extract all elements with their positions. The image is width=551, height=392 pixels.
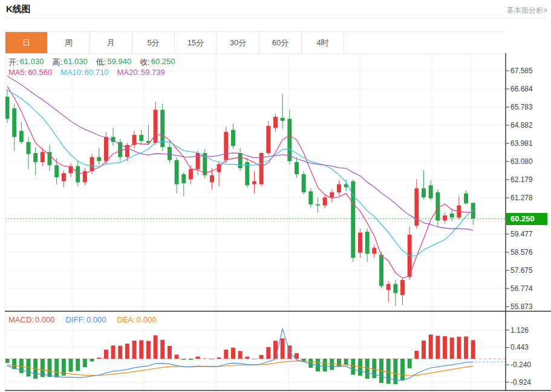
price-tick-label: 62.179: [510, 175, 533, 184]
period-tab-bar: 日周月5分15分30分60分4时: [5, 31, 506, 54]
readout-item: MA20:59.739: [117, 68, 165, 77]
tab-period-3[interactable]: 5分: [132, 32, 175, 53]
kline-page: K线图 基本面分析> 日周月5分15分30分60分4时 67.58566.684…: [0, 0, 551, 392]
readout-value: 0.000: [86, 315, 106, 324]
tab-period-7[interactable]: 4时: [302, 32, 344, 53]
readout-value: 0.000: [137, 315, 157, 324]
readout-item: 低:59.940: [96, 57, 131, 68]
ohlc-readout-row: 开:61.030高:61.030低:59.940收:60.250: [8, 57, 175, 68]
tab-period-0[interactable]: 日: [5, 32, 48, 53]
readout-label: DIFF:: [65, 315, 85, 324]
readout-label: DEA:: [117, 315, 135, 324]
price-tick-label: 58.576: [510, 248, 533, 256]
macd-histogram-layer: [5, 335, 475, 384]
price-tick-label: 64.882: [510, 121, 533, 129]
fundamental-analysis-link[interactable]: 基本面分析>: [507, 5, 547, 16]
price-tick-label: 65.783: [510, 103, 533, 111]
last-price-badge: 60.250: [506, 213, 547, 225]
ma20-line: [7, 76, 473, 230]
readout-label: MA5:: [8, 68, 27, 77]
readout-item: MA5:60.560: [8, 68, 52, 77]
macd-tick-label: -0.240: [510, 361, 531, 369]
readout-label: MACD:: [8, 315, 34, 324]
readout-item: MA10:60.710: [60, 68, 108, 77]
price-tick-label: 67.585: [510, 67, 533, 75]
readout-item: 高:61.030: [52, 57, 87, 68]
price-tick-label: 63.981: [510, 139, 533, 148]
title-divider: [5, 18, 547, 19]
readout-value: 61.030: [20, 57, 44, 68]
readout-value: 60.710: [85, 68, 109, 77]
readout-label: MA20:: [117, 68, 140, 77]
price-axis-labels: 67.58566.68465.78364.88263.98163.08062.1…: [506, 67, 533, 387]
readout-value: 61.030: [64, 57, 88, 68]
price-tick-label: 57.675: [510, 266, 533, 275]
price-tick-label: 63.080: [510, 157, 533, 166]
readout-item: MACD:0.000: [8, 315, 54, 324]
ma-readout-row: MA5:60.560MA10:60.710MA20:59.739: [8, 68, 165, 77]
readout-value: 59.940: [107, 57, 131, 68]
readout-item: DEA:0.000: [117, 315, 156, 324]
readout-value: 0.000: [35, 315, 55, 324]
readout-label: 高:: [52, 57, 62, 68]
tab-period-4[interactable]: 15分: [175, 32, 217, 53]
readout-label: 低:: [96, 57, 106, 68]
price-tick-label: 61.278: [510, 194, 533, 202]
tab-period-6[interactable]: 60分: [259, 32, 302, 53]
readout-item: 开:61.030: [8, 57, 44, 68]
candlestick-chart-canvas[interactable]: 67.58566.68465.78364.88263.98163.08062.1…: [5, 53, 551, 392]
readout-label: 开:: [8, 57, 19, 68]
price-tick-label: 66.684: [510, 85, 533, 93]
readout-label: 收:: [140, 57, 150, 68]
tab-period-2[interactable]: 月: [90, 32, 132, 53]
price-tick-label: 55.873: [510, 302, 533, 311]
price-tick-label: 56.774: [510, 284, 533, 293]
macd-readout-row: MACD:0.000DIFF:0.000DEA:0.000: [8, 315, 156, 324]
readout-value: 60.250: [151, 57, 175, 68]
macd-tick-label: -0.924: [510, 378, 531, 387]
tab-period-1[interactable]: 周: [48, 32, 90, 53]
readout-item: DIFF:0.000: [65, 315, 106, 324]
tab-period-5[interactable]: 30分: [217, 32, 259, 53]
readout-item: 收:60.250: [140, 57, 175, 68]
readout-value: 60.560: [28, 68, 52, 77]
readout-label: MA10:: [60, 68, 83, 77]
readout-value: 59.739: [141, 68, 165, 77]
page-title: K线图: [6, 4, 31, 15]
price-tick-label: 59.477: [510, 230, 533, 238]
macd-tick-label: 0.443: [510, 343, 529, 351]
macd-tick-label: 1.126: [510, 326, 529, 335]
